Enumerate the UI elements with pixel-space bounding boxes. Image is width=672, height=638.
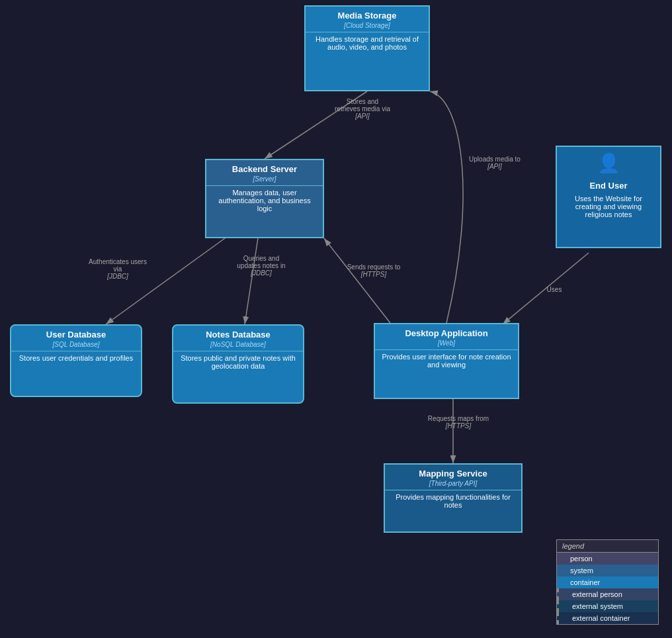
backend-server-subtitle: [Server]: [206, 175, 323, 185]
end-user-node: 👤 End User Uses the Website for creating…: [556, 146, 661, 248]
end-user-icon: 👤: [557, 147, 660, 177]
arrow-backend-notesdb: [245, 238, 258, 324]
desktop-application-subtitle: [Web]: [375, 340, 518, 349]
label-desktop-backend: Sends requests to[HTTPS]: [331, 263, 417, 278]
end-user-title: End User: [557, 177, 660, 192]
arrow-desktop-backend: [324, 238, 390, 323]
label-desktop-mapping: Requests maps from[HTTPS]: [415, 415, 501, 430]
label-backend-notesdb: Queries andupdates notes in[JDBC]: [218, 255, 304, 277]
arrow-backend-userdb: [106, 238, 225, 324]
arrow-media-backend: [265, 91, 367, 159]
diagram: Media Storage [Cloud Storage] Handles st…: [0, 0, 672, 638]
legend: legend person system container external …: [556, 539, 659, 625]
arrow-enduser-desktop: [503, 253, 589, 324]
media-storage-desc: Handles storage and retrieval of audio, …: [306, 32, 429, 55]
desktop-application-node: Desktop Application [Web] Provides user …: [374, 323, 519, 399]
legend-external-system: external system: [557, 600, 658, 612]
user-database-title: User Database: [11, 326, 141, 341]
desktop-application-desc: Provides user interface for note creatio…: [375, 349, 518, 373]
label-desktop-media: Uploads media to[API]: [455, 156, 534, 170]
media-storage-subtitle: [Cloud Storage]: [306, 22, 429, 32]
backend-server-title: Backend Server: [206, 160, 323, 175]
backend-server-desc: Manages data, user authentication, and b…: [206, 185, 323, 216]
arrow-desktop-media: [430, 91, 463, 323]
notes-database-node: Notes Database [NoSQL Database] Stores p…: [172, 324, 304, 404]
media-storage-node: Media Storage [Cloud Storage] Handles st…: [304, 5, 430, 91]
mapping-service-desc: Provides mapping functionalities for not…: [385, 490, 521, 513]
notes-database-desc: Stores public and private notes with geo…: [173, 351, 303, 374]
legend-container: container: [557, 576, 658, 588]
legend-external-container: external container: [557, 612, 658, 624]
end-user-desc: Uses the Website for creating and viewin…: [557, 192, 660, 222]
mapping-service-title: Mapping Service: [385, 465, 521, 480]
legend-external-person: external person: [557, 588, 658, 600]
label-enduser-desktop: Uses: [534, 286, 574, 293]
mapping-service-node: Mapping Service [Third-party API] Provid…: [384, 463, 523, 533]
mapping-service-subtitle: [Third-party API]: [385, 480, 521, 490]
media-storage-title: Media Storage: [306, 7, 429, 22]
legend-person: person: [557, 553, 658, 565]
legend-title: legend: [557, 540, 658, 553]
label-media-backend: Stores andretrieves media via[API]: [323, 98, 402, 120]
backend-server-node: Backend Server [Server] Manages data, us…: [205, 159, 324, 238]
notes-database-title: Notes Database: [173, 326, 303, 341]
notes-database-subtitle: [NoSQL Database]: [173, 341, 303, 351]
desktop-application-title: Desktop Application: [375, 324, 518, 340]
legend-system: system: [557, 565, 658, 576]
user-database-desc: Stores user credentials and profiles: [11, 351, 141, 366]
user-database-subtitle: [SQL Database]: [11, 341, 141, 351]
user-database-node: User Database [SQL Database] Stores user…: [10, 324, 142, 397]
label-backend-userdb: Authenticates usersvia[JDBC]: [78, 258, 157, 280]
